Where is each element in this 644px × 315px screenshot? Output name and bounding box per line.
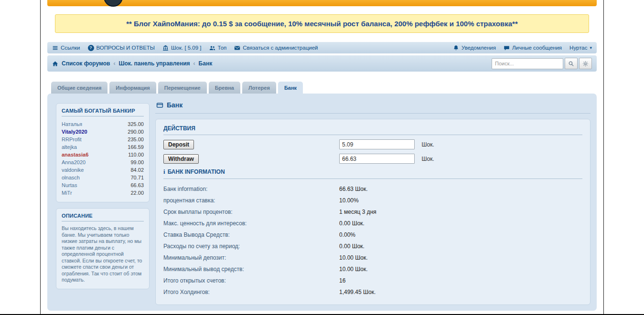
search-icon bbox=[568, 61, 574, 67]
search-button[interactable] bbox=[565, 58, 578, 69]
info-label: Итого Холдингов: bbox=[163, 289, 339, 295]
banker-row: valdonike 84.02 bbox=[62, 166, 144, 174]
banker-name[interactable]: RRProfit bbox=[62, 136, 82, 143]
nav-balance-label: Шок. [ 5.09 ] bbox=[171, 45, 202, 51]
tab-bar: Общие сведения Информация Перемещение Бр… bbox=[47, 82, 597, 94]
navbar-right: Уведомления Личные сообщения Нуртас ▾ bbox=[453, 45, 592, 51]
search-settings-button[interactable] bbox=[579, 58, 592, 69]
info-label: Макс. ценность для интересов: bbox=[163, 220, 339, 227]
nav-faq-label: ВОПРОСЫ И ОТВЕТЫ bbox=[97, 45, 155, 51]
info-label: Итого открытых счетов: bbox=[163, 277, 339, 284]
tab[interactable]: Банк bbox=[278, 82, 303, 94]
page-title-row: Банк bbox=[155, 99, 590, 114]
info-label: Минимальный депозит: bbox=[163, 254, 339, 261]
info-row: Итого открытых счетов: 16 bbox=[163, 275, 582, 286]
tab[interactable]: Информация bbox=[109, 82, 156, 94]
info-value: 0.00 Шок. bbox=[339, 243, 582, 250]
gear-icon bbox=[582, 61, 589, 67]
announcement-banner: ** Блог ХайпоМания: до 0.15 $ за сообщен… bbox=[55, 14, 589, 33]
info-label: Банк information: bbox=[163, 186, 339, 192]
banker-name[interactable]: Nurtas bbox=[62, 182, 77, 189]
bank-info-title-text: БАНК INFORMATION bbox=[168, 168, 225, 175]
banker-row: Наталья 325.00 bbox=[62, 120, 144, 128]
banker-name[interactable]: altejka bbox=[62, 144, 77, 151]
sidebar: САМЫЙ БОГАТЫЙ БАНКИР Наталья 325.00 Vit bbox=[56, 97, 150, 305]
banker-name[interactable]: anastasia6 bbox=[62, 151, 88, 158]
breadcrumb-separator: ‹ bbox=[193, 60, 195, 67]
nav-balance[interactable]: Шок. [ 5.09 ] bbox=[162, 45, 202, 51]
banker-name[interactable]: MiTr bbox=[62, 189, 72, 197]
info-value: 66.63 Шок. bbox=[339, 186, 582, 192]
bank-info-section-title: i БАНК INFORMATION bbox=[163, 168, 582, 179]
withdraw-button[interactable]: Withdraw bbox=[163, 154, 199, 164]
bank-panel: ДЕЙСТВИЯ Deposit Шок. Withdraw bbox=[155, 119, 590, 305]
nav-contact-admin-label: Связаться с администрацией bbox=[243, 45, 318, 51]
username: Нуртас bbox=[569, 45, 587, 51]
banker-name[interactable]: Наталья bbox=[62, 121, 82, 128]
tab[interactable]: Перемещение bbox=[158, 82, 207, 94]
banker-name[interactable]: Anna2020 bbox=[62, 159, 86, 166]
info-value: 1,499.45 Шок. bbox=[339, 289, 582, 295]
banker-name[interactable]: olnasch bbox=[62, 174, 80, 181]
info-row: Срок выплаты процентов: 1 месяц 3 дня bbox=[163, 206, 582, 218]
info-label: Срок выплаты процентов: bbox=[163, 209, 339, 215]
description-text: Вы находитесь здесь, в нашем банке. Мы у… bbox=[62, 225, 144, 284]
banker-row: MiTr 22.00 bbox=[62, 189, 144, 197]
description-title: ОПИСАНИЕ bbox=[62, 213, 144, 221]
deposit-currency-label: Шок. bbox=[421, 141, 434, 148]
banker-row: RRProfit 235.00 bbox=[62, 136, 144, 143]
banker-name[interactable]: valdonike bbox=[62, 167, 84, 174]
browser-viewport: ** Блог ХайпоМания: до 0.15 $ за сообщен… bbox=[0, 0, 644, 315]
nav-top[interactable]: Топ bbox=[209, 45, 227, 51]
nav-links-label: Ссылки bbox=[61, 45, 80, 51]
banker-row: olnasch 70.71 bbox=[62, 174, 144, 181]
announcement-text: ** Блог ХайпоМания: до 0.15 $ за сообщен… bbox=[126, 20, 518, 28]
breadcrumb-forum-list[interactable]: Список форумов bbox=[62, 60, 110, 67]
withdraw-amount-input[interactable] bbox=[339, 154, 415, 164]
users-icon bbox=[209, 45, 215, 51]
user-menu[interactable]: Нуртас ▾ bbox=[569, 45, 592, 51]
info-row: Расходы по счету за период: 0.00 Шок. bbox=[163, 241, 582, 252]
question-icon: ? bbox=[88, 45, 94, 51]
breadcrumb-separator: ‹ bbox=[113, 60, 115, 67]
nav-private-messages-label: Личные сообщения bbox=[512, 45, 562, 51]
bank-icon bbox=[162, 45, 169, 51]
description-panel: ОПИСАНИЕ Вы находитесь здесь, в нашем ба… bbox=[56, 208, 150, 289]
banker-value: 70.71 bbox=[130, 174, 144, 181]
info-row: Банк information: 66.63 Шок. bbox=[163, 183, 582, 195]
chat-icon bbox=[504, 45, 510, 51]
richest-banker-panel: САМЫЙ БОГАТЫЙ БАНКИР Наталья 325.00 Vit bbox=[56, 103, 150, 202]
main-content: Банк ДЕЙСТВИЯ Deposit Шок. bbox=[155, 97, 590, 305]
tab[interactable]: Общие сведения bbox=[51, 82, 107, 94]
info-label: Ставка Вывода Средств: bbox=[163, 231, 339, 238]
info-label: Расходы по счету за период: bbox=[163, 243, 339, 250]
page-window: ** Блог ХайпоМания: до 0.15 $ за сообщен… bbox=[40, 0, 604, 315]
info-value: 16 bbox=[339, 277, 582, 284]
info-value: 10.00% bbox=[339, 197, 582, 204]
breadcrumb-panel[interactable]: Шок. панель управления bbox=[118, 60, 190, 67]
nav-private-messages[interactable]: Личные сообщения bbox=[504, 45, 562, 51]
info-row: Минимальный вывод средств: 10.00 Шок. bbox=[163, 263, 582, 275]
nav-notifications-label: Уведомления bbox=[462, 45, 496, 51]
nav-links[interactable]: Ссылки bbox=[52, 45, 80, 51]
tab[interactable]: Лотерея bbox=[242, 82, 276, 94]
deposit-button[interactable]: Deposit bbox=[163, 140, 194, 149]
nav-contact-admin[interactable]: Связаться с администрацией bbox=[234, 45, 318, 51]
site-logo bbox=[104, 0, 123, 7]
banker-name[interactable]: Vitaly2020 bbox=[62, 128, 87, 136]
info-label: Минимальный вывод средств: bbox=[163, 266, 339, 273]
info-value: 0.00 Шок. bbox=[339, 220, 582, 227]
nav-faq[interactable]: ? ВОПРОСЫ И ОТВЕТЫ bbox=[88, 45, 155, 51]
content-wrapper: САМЫЙ БОГАТЫЙ БАНКИР Наталья 325.00 Vit bbox=[47, 94, 597, 311]
tab[interactable]: Бревна bbox=[209, 82, 240, 94]
deposit-amount-input[interactable] bbox=[339, 139, 415, 149]
nav-notifications[interactable]: Уведомления bbox=[453, 45, 496, 51]
top-navbar: Ссылки ? ВОПРОСЫ И ОТВЕТЫ Шок. [ 5.09 ] … bbox=[47, 42, 597, 53]
banker-value: 99.00 bbox=[130, 159, 144, 166]
search-input[interactable] bbox=[492, 58, 563, 69]
breadcrumb-bank[interactable]: Банк bbox=[199, 60, 213, 67]
bank-card-icon bbox=[156, 102, 163, 109]
home-icon bbox=[52, 61, 58, 67]
banker-value: 325.00 bbox=[128, 121, 144, 128]
info-value: 0.00% bbox=[339, 231, 582, 238]
